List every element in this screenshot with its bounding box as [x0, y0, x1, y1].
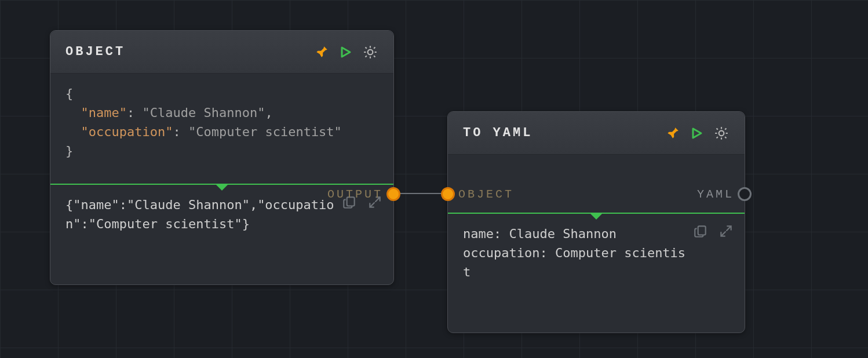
node-toyaml-output-text: name: Claude Shannon occupation: Compute…	[463, 227, 685, 279]
node-object-output-text: {"name":"Claude Shannon","occupation":"C…	[65, 198, 334, 231]
node-object[interactable]: OBJECT { "name": "Claude Shannon", "occu…	[50, 30, 394, 285]
expand-icon[interactable]	[717, 222, 735, 240]
node-toyaml-header[interactable]: TO YAML	[448, 112, 745, 155]
run-icon[interactable]	[338, 44, 354, 60]
node-toyaml-output: name: Claude Shannon occupation: Compute…	[448, 214, 745, 333]
port-dot-input[interactable]	[441, 187, 455, 201]
port-dot-yaml[interactable]	[738, 187, 752, 201]
port-toyaml-output[interactable]: YAML	[738, 187, 752, 201]
node-toyaml-header-icons	[665, 125, 730, 141]
code-val-name: "Claude Shannon"	[142, 105, 265, 120]
port-toyaml-input-label: OBJECT	[458, 188, 514, 201]
node-object-title: OBJECT	[65, 45, 125, 59]
gear-icon[interactable]	[713, 125, 730, 141]
node-toyaml[interactable]: TO YAML name: Claude Shannon occupation:…	[447, 111, 745, 333]
brace-open: {	[65, 86, 73, 101]
pin-icon[interactable]	[313, 44, 330, 60]
svg-rect-2	[698, 226, 706, 235]
node-object-header[interactable]: OBJECT	[50, 31, 393, 74]
port-dot-output[interactable]	[386, 187, 400, 201]
code-key-occupation: "occupation"	[81, 125, 173, 139]
code-key-name: "name"	[81, 105, 127, 120]
run-icon[interactable]	[689, 125, 705, 141]
node-object-header-icons	[313, 44, 378, 60]
port-toyaml-input[interactable]: OBJECT	[441, 187, 455, 201]
code-val-occupation: "Computer scientist"	[188, 125, 342, 139]
port-object-output-label: OUTPUT	[327, 188, 383, 201]
pin-icon[interactable]	[665, 125, 681, 141]
gear-icon[interactable]	[362, 44, 378, 60]
node-object-code[interactable]: { "name": "Claude Shannon", "occupation"…	[50, 74, 393, 184]
brace-close: }	[65, 144, 73, 158]
node-toyaml-body	[448, 155, 745, 213]
port-toyaml-output-label: YAML	[697, 188, 734, 201]
port-object-output[interactable]: OUTPUT	[386, 187, 400, 201]
node-toyaml-title: TO YAML	[463, 126, 533, 140]
copy-icon[interactable]	[691, 222, 710, 240]
